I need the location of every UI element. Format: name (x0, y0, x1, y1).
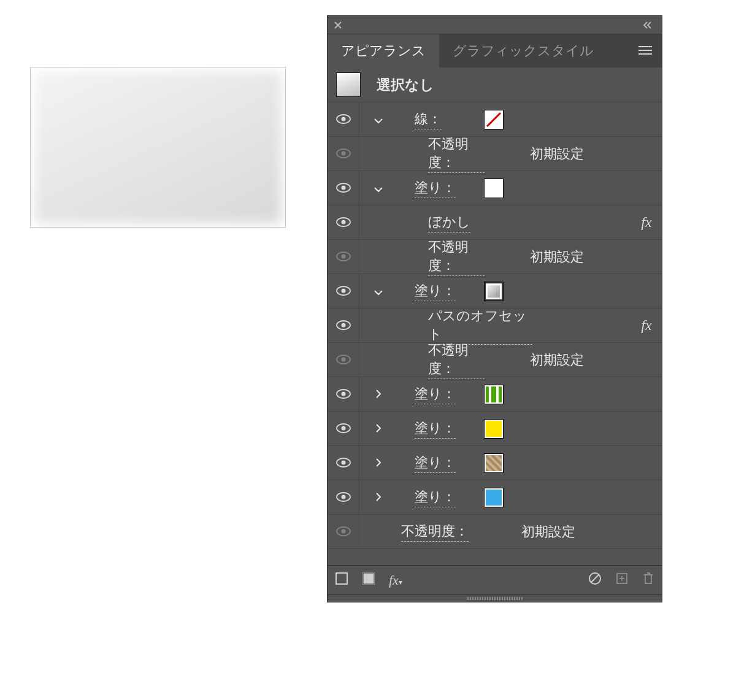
row-fill-5[interactable]: 塗り： (328, 446, 662, 480)
panel-resize-handle[interactable] (328, 594, 662, 602)
row-fill1-opacity[interactable]: 不透明度： 初期設定 (328, 240, 662, 274)
fx-icon[interactable]: fx (631, 317, 662, 334)
visibility-icon[interactable] (336, 181, 351, 196)
fill-label[interactable]: 塗り： (415, 488, 456, 507)
fill-swatch-yellow[interactable] (485, 420, 503, 438)
opacity-value: 初期設定 (521, 145, 631, 163)
row-object-opacity[interactable]: 不透明度： 初期設定 (328, 515, 662, 549)
fill-label[interactable]: 塗り： (415, 453, 456, 473)
stroke-swatch-none[interactable] (485, 110, 503, 129)
new-fill-icon[interactable] (362, 572, 375, 588)
svg-point-18 (341, 391, 345, 396)
svg-point-16 (341, 357, 345, 361)
svg-point-1 (341, 117, 345, 121)
add-effect-icon[interactable]: fx▾ (389, 572, 402, 588)
tab-graphic-styles[interactable]: グラフィックスタイル (439, 34, 607, 67)
visibility-icon[interactable] (336, 215, 351, 230)
row-stroke[interactable]: 線： (328, 102, 662, 137)
row-fill2-opacity[interactable]: 不透明度： 初期設定 (328, 343, 662, 377)
chevron-down-icon[interactable] (374, 284, 383, 299)
tab-appearance[interactable]: アピアランス (328, 34, 439, 67)
fill-swatch-silver[interactable] (485, 282, 503, 301)
svg-line-2 (487, 113, 500, 126)
row-fill-1[interactable]: 塗り： (328, 171, 662, 206)
offset-path-label[interactable]: パスのオフセット (428, 307, 532, 345)
new-stroke-icon[interactable] (335, 572, 348, 588)
svg-point-10 (341, 254, 345, 258)
svg-point-8 (341, 220, 345, 224)
fill-label[interactable]: 塗り： (415, 179, 456, 198)
panel-menu-icon[interactable] (629, 44, 662, 58)
row-stroke-opacity[interactable]: 不透明度： 初期設定 (328, 137, 662, 171)
duplicate-item-icon[interactable] (615, 572, 629, 588)
fill-swatch-green[interactable] (485, 385, 503, 404)
chevron-down-icon[interactable] (374, 181, 383, 196)
svg-point-6 (341, 185, 345, 190)
opacity-value: 初期設定 (521, 523, 631, 541)
row-fill1-blur[interactable]: ぼかし fx (328, 206, 662, 240)
blur-label[interactable]: ぼかし (428, 213, 470, 233)
svg-point-12 (341, 288, 345, 293)
fill-label[interactable]: 塗り： (415, 282, 456, 301)
svg-rect-28 (363, 573, 374, 584)
visibility-icon[interactable] (336, 250, 351, 264)
stroke-label[interactable]: 線： (415, 110, 442, 129)
selection-label: 選択なし (377, 75, 434, 94)
svg-point-14 (341, 323, 345, 327)
opacity-label[interactable]: 不透明度： (428, 341, 485, 379)
visibility-icon[interactable] (336, 284, 351, 299)
fx-icon[interactable]: fx (631, 214, 662, 231)
appearance-panel: アピアランス グラフィックスタイル 選択なし 線： 不透明度： 初期設定 (327, 15, 662, 602)
svg-point-4 (341, 151, 345, 155)
svg-rect-27 (336, 573, 347, 584)
fill-swatch-brown-pattern[interactable] (485, 454, 503, 472)
clear-appearance-icon[interactable] (588, 572, 602, 588)
row-fill-6[interactable]: 塗り： (328, 480, 662, 515)
visibility-icon[interactable] (336, 421, 351, 436)
chevron-right-icon[interactable] (375, 490, 381, 505)
chevron-right-icon[interactable] (375, 421, 381, 436)
visibility-icon[interactable] (336, 353, 351, 367)
delete-item-icon[interactable] (642, 572, 654, 588)
visibility-icon[interactable] (336, 525, 351, 539)
fill-label[interactable]: 塗り： (415, 419, 456, 439)
opacity-label[interactable]: 不透明度： (428, 238, 485, 276)
svg-point-24 (341, 494, 345, 499)
visibility-icon[interactable] (336, 490, 351, 505)
fill-label[interactable]: 塗り： (415, 385, 456, 404)
visibility-icon[interactable] (336, 112, 351, 127)
close-icon[interactable] (334, 21, 342, 29)
row-fill2-offset-path[interactable]: パスのオフセット fx (328, 309, 662, 343)
opacity-label[interactable]: 不透明度： (401, 522, 469, 542)
visibility-icon[interactable] (336, 387, 351, 402)
row-fill-4[interactable]: 塗り： (328, 412, 662, 446)
visibility-icon[interactable] (336, 318, 351, 333)
selection-thumbnail (336, 72, 361, 97)
fill-swatch-blue[interactable] (485, 488, 503, 507)
chevron-right-icon[interactable] (375, 456, 381, 471)
svg-point-22 (341, 460, 345, 464)
svg-point-26 (341, 529, 345, 533)
collapse-icon[interactable] (643, 21, 656, 29)
row-fill-3[interactable]: 塗り： (328, 377, 662, 412)
row-fill-2[interactable]: 塗り： (328, 274, 662, 309)
visibility-icon[interactable] (336, 147, 351, 161)
chevron-down-icon[interactable] (374, 112, 383, 127)
artwork-preview (31, 67, 285, 227)
opacity-label[interactable]: 不透明度： (428, 135, 485, 173)
svg-point-20 (341, 426, 345, 430)
opacity-value: 初期設定 (521, 248, 631, 266)
visibility-icon[interactable] (336, 456, 351, 471)
fill-swatch-white[interactable] (485, 179, 503, 198)
chevron-right-icon[interactable] (375, 387, 381, 402)
svg-line-31 (591, 575, 599, 582)
opacity-value: 初期設定 (521, 351, 631, 369)
